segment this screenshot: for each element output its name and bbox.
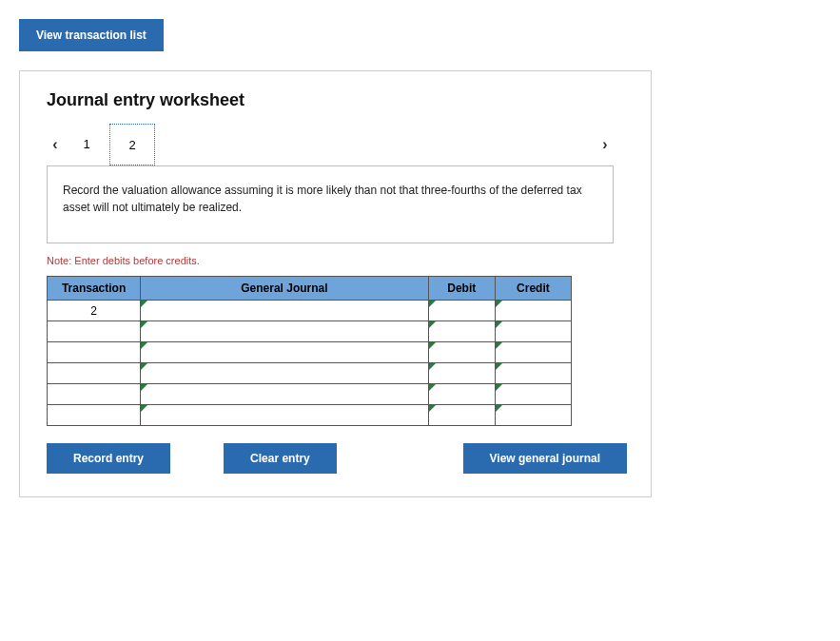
worksheet-title: Journal entry worksheet: [47, 90, 624, 110]
prompt-box: Record the valuation allowance assuming …: [47, 165, 614, 243]
record-entry-button[interactable]: Record entry: [47, 443, 170, 474]
table-row: [48, 405, 572, 426]
cell-credit[interactable]: [495, 342, 571, 363]
col-header-debit: Debit: [428, 277, 495, 301]
table-row: 2: [48, 301, 572, 321]
pager-tab-1[interactable]: 1: [64, 124, 109, 165]
cell-transaction[interactable]: [48, 321, 141, 342]
cell-general-journal[interactable]: [141, 321, 429, 342]
cell-general-journal[interactable]: [141, 384, 429, 405]
table-row: [48, 342, 572, 363]
cell-debit[interactable]: [428, 384, 495, 405]
table-row: [48, 363, 572, 384]
cell-transaction[interactable]: 2: [48, 301, 141, 321]
table-row: [48, 384, 572, 405]
cell-debit[interactable]: [428, 342, 495, 363]
journal-table: Transaction General Journal Debit Credit…: [47, 276, 572, 426]
cell-credit[interactable]: [495, 405, 571, 426]
view-general-journal-button[interactable]: View general journal: [463, 443, 627, 474]
journal-worksheet-panel: Journal entry worksheet ‹ 1 2 › Record t…: [19, 70, 652, 497]
cell-credit[interactable]: [495, 321, 571, 342]
cell-debit[interactable]: [428, 363, 495, 384]
view-transaction-list-button[interactable]: View transaction list: [19, 19, 164, 51]
cell-credit[interactable]: [495, 384, 571, 405]
col-header-credit: Credit: [495, 277, 571, 301]
cell-credit[interactable]: [495, 363, 571, 384]
col-header-general-journal: General Journal: [141, 277, 429, 301]
note-text: Note: Enter debits before credits.: [47, 255, 624, 266]
cell-transaction[interactable]: [48, 405, 141, 426]
cell-debit[interactable]: [428, 321, 495, 342]
pager-tab-2[interactable]: 2: [109, 124, 155, 165]
cell-general-journal[interactable]: [141, 342, 429, 363]
cell-debit[interactable]: [428, 405, 495, 426]
cell-general-journal[interactable]: [141, 301, 429, 321]
cell-credit[interactable]: [495, 301, 571, 321]
cell-general-journal[interactable]: [141, 405, 429, 426]
pager-next-icon[interactable]: ›: [596, 136, 614, 153]
cell-debit[interactable]: [428, 301, 495, 321]
col-header-transaction: Transaction: [48, 277, 141, 301]
worksheet-pager: ‹ 1 2 ›: [47, 124, 614, 165]
table-row: [48, 321, 572, 342]
pager-prev-icon[interactable]: ‹: [47, 136, 64, 153]
cell-transaction[interactable]: [48, 342, 141, 363]
button-row: Record entry Clear entry View general jo…: [47, 443, 627, 474]
cell-transaction[interactable]: [48, 384, 141, 405]
clear-entry-button[interactable]: Clear entry: [224, 443, 337, 474]
cell-general-journal[interactable]: [141, 363, 429, 384]
cell-transaction[interactable]: [48, 363, 141, 384]
